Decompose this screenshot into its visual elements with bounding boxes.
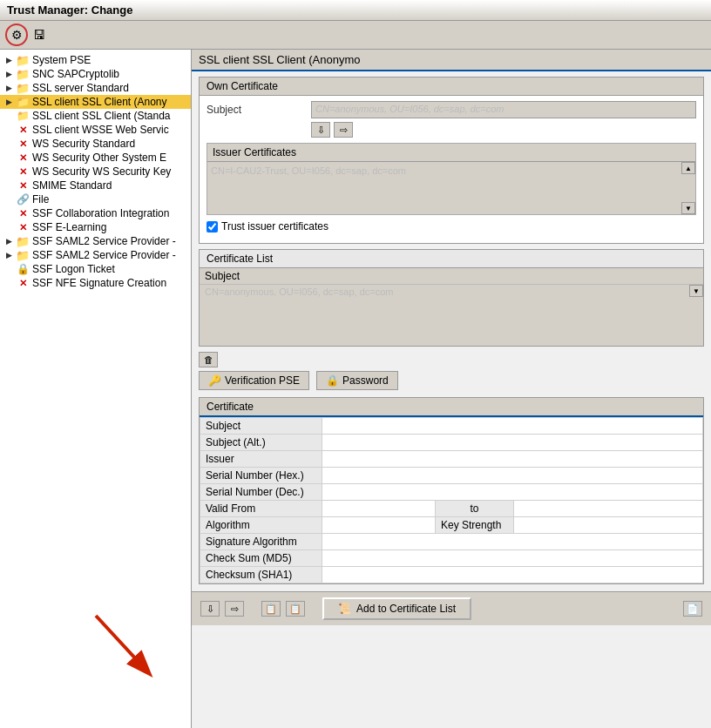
cert-list-box: Certificate List Subject CN=anonymous, O… bbox=[199, 249, 704, 347]
table-row: Serial Number (Dec.) bbox=[200, 484, 703, 501]
add-cert-label: Add to Certificate List bbox=[356, 603, 456, 615]
field-value-valid-to bbox=[514, 501, 703, 517]
field-value-serial-dec bbox=[322, 484, 703, 501]
sidebar-item-label: SSF SAML2 Service Provider - bbox=[32, 249, 176, 261]
save-toolbar-btn[interactable]: 🖫 bbox=[30, 25, 49, 44]
x-icon: ✕ bbox=[16, 278, 30, 288]
delete-cert-btn[interactable]: 🗑 bbox=[199, 352, 218, 367]
lock-icon: 🔒 bbox=[326, 374, 339, 387]
sidebar-item-ssl-client-standard[interactable]: ▶ 📁 SSL client SSL Client (Standa bbox=[0, 109, 191, 123]
sidebar-item-ssf-collab[interactable]: ▶ ✕ SSF Collaboration Integration bbox=[0, 206, 191, 220]
main-container: ▶ 📁 System PSE ▶ 📁 SNC SAPCryptolib ▶ 📁 … bbox=[0, 50, 711, 728]
expand-arrow: ▶ bbox=[3, 69, 14, 79]
folder-icon: 📁 bbox=[16, 69, 30, 79]
sidebar-item-label: SSL client SSL Client (Standa bbox=[32, 110, 171, 122]
field-value-checksum-md5 bbox=[322, 550, 703, 567]
field-label-subject-alt: Subject (Alt.) bbox=[200, 435, 322, 451]
field-to-label: to bbox=[436, 501, 514, 517]
scroll-up-btn[interactable]: ▲ bbox=[681, 162, 695, 174]
field-label-issuer: Issuer bbox=[200, 451, 322, 468]
table-row: Checksum (SHA1) bbox=[200, 567, 703, 583]
sidebar-item-ws-other[interactable]: ▶ ✕ WS Security Other System E bbox=[0, 151, 191, 165]
sidebar-item-ssf-elearning[interactable]: ▶ ✕ SSF E-Learning bbox=[0, 220, 191, 234]
scroll-down-btn[interactable]: ▼ bbox=[681, 202, 695, 214]
issuer-cert-value: CN=I-CAU2-Trust, OU=I056, dc=sap, dc=com bbox=[211, 165, 678, 176]
sidebar-item-ws-standard[interactable]: ▶ ✕ WS Security Standard bbox=[0, 137, 191, 151]
sidebar-item-ssf-nfe[interactable]: ▶ ✕ SSF NFE Signature Creation bbox=[0, 276, 191, 290]
add-to-cert-list-btn[interactable]: 📜 Add to Certificate List bbox=[322, 597, 471, 620]
table-row: Serial Number (Hex.) bbox=[200, 468, 703, 484]
x-icon: ✕ bbox=[16, 180, 30, 191]
field-label-serial-hex: Serial Number (Hex.) bbox=[200, 468, 322, 484]
sidebar-item-ssl-client-anony[interactable]: ▶ 📁 SSL client SSL Client (Anony bbox=[0, 95, 191, 109]
certificate-section-header: Certificate bbox=[200, 398, 703, 417]
expand-arrow: ▶ bbox=[3, 55, 14, 65]
verification-icon: 🔑 bbox=[208, 374, 221, 387]
cert-list-scroll-btns: ▲ ▼ bbox=[689, 285, 703, 297]
export-cert-btn[interactable]: ⇨ bbox=[334, 122, 353, 138]
sidebar-item-ssl-wsse[interactable]: ▶ ✕ SSL client WSSE Web Servic bbox=[0, 123, 191, 137]
sidebar-item-label: SMIME Standard bbox=[32, 179, 112, 192]
content-panel: SSL client SSL Client (Anonymo Own Certi… bbox=[192, 50, 711, 728]
sidebar-item-ssf-saml2-2[interactable]: ▶ 📁 SSF SAML2 Service Provider - bbox=[0, 248, 191, 262]
action-icon-right: 📄 bbox=[687, 603, 699, 615]
table-row: Algorithm Key Strength bbox=[200, 517, 703, 534]
field-label-checksum-sha1: Checksum (SHA1) bbox=[200, 567, 322, 583]
sidebar-item-smime[interactable]: ▶ ✕ SMIME Standard bbox=[0, 179, 191, 192]
sidebar-item-label: WS Security Other System E bbox=[32, 152, 166, 164]
add-cert-icon: 📜 bbox=[338, 603, 351, 615]
sidebar-item-label: System PSE bbox=[32, 54, 91, 66]
settings-toolbar-btn[interactable]: ⚙ bbox=[5, 24, 28, 46]
sidebar-item-snc[interactable]: ▶ 📁 SNC SAPCryptolib bbox=[0, 67, 191, 81]
password-btn[interactable]: 🔒 Password bbox=[316, 371, 398, 390]
subject-row: Subject CN=anonymous, OU=I056, dc=sap, d… bbox=[207, 101, 696, 118]
folder-icon: 📁 bbox=[16, 83, 30, 93]
sidebar-item-label: SSF Collaboration Integration bbox=[32, 207, 169, 219]
own-cert-box: Own Certificate Subject CN=anonymous, OU… bbox=[199, 77, 704, 244]
action-btn-3[interactable]: 📋 bbox=[261, 601, 281, 617]
table-row: Check Sum (MD5) bbox=[200, 550, 703, 567]
verification-pse-btn[interactable]: 🔑 Verification PSE bbox=[199, 371, 309, 390]
action-icon-4: 📋 bbox=[289, 603, 301, 615]
sidebar-item-ws-key[interactable]: ▶ ✕ WS Security WS Security Key bbox=[0, 165, 191, 179]
x-icon: ✕ bbox=[16, 152, 30, 163]
sidebar-item-ssf-logon[interactable]: ▶ 🔒 SSF Logon Ticket bbox=[0, 262, 191, 276]
expand-arrow: ▶ bbox=[3, 97, 14, 107]
toolbar: ⚙ 🖫 bbox=[0, 21, 711, 50]
expand-arrow: ▶ bbox=[3, 236, 14, 246]
delete-icon: 🗑 bbox=[204, 354, 213, 365]
issuer-cert-label: Issuer Certificates bbox=[213, 146, 296, 158]
file-icon: 🔗 bbox=[16, 194, 30, 205]
field-label-sig-algorithm: Signature Algorithm bbox=[200, 534, 322, 550]
field-label-checksum-md5: Check Sum (MD5) bbox=[200, 550, 322, 567]
import-cert-btn[interactable]: ⇩ bbox=[311, 122, 330, 138]
expand-arrow: ▶ bbox=[3, 250, 14, 260]
own-cert-content: Subject CN=anonymous, OU=I056, dc=sap, d… bbox=[200, 96, 703, 243]
cert-list-entries: CN=anonymous, OU=I056, dc=sap, dc=com ▲ … bbox=[200, 285, 703, 346]
cert-list-col-scroll bbox=[689, 268, 703, 284]
import-icon: ⇩ bbox=[317, 125, 325, 136]
sidebar-item-system-pse[interactable]: ▶ 📁 System PSE bbox=[0, 53, 191, 67]
action-import-btn[interactable]: ⇩ bbox=[200, 601, 220, 617]
sidebar-item-label: SSF SAML2 Service Provider - bbox=[32, 235, 176, 247]
field-value-valid-from bbox=[322, 501, 436, 517]
sidebar-item-file[interactable]: ▶ 🔗 File bbox=[0, 192, 191, 206]
field-label-subject: Subject bbox=[200, 418, 322, 435]
certificate-table: Subject Subject (Alt.) Issuer Seria bbox=[200, 417, 703, 583]
action-btn-right[interactable]: 📄 bbox=[683, 601, 702, 617]
folder-icon: 📁 bbox=[16, 236, 30, 246]
action-btn-4[interactable]: 📋 bbox=[286, 601, 305, 617]
field-value-checksum-sha1 bbox=[322, 567, 703, 583]
certificate-section: Certificate Subject Subject (Alt.) bbox=[199, 397, 704, 584]
bottom-action-bar: ⇩ ⇨ 📋 📋 📜 Add to Certificate List bbox=[192, 591, 711, 625]
cert-scroll-down[interactable]: ▼ bbox=[689, 285, 703, 297]
sidebar-item-ssf-saml2-1[interactable]: ▶ 📁 SSF SAML2 Service Provider - bbox=[0, 234, 191, 248]
sidebar-item-ssl-server[interactable]: ▶ 📁 SSL server Standard bbox=[0, 81, 191, 95]
cert-list-action-row: 🗑 bbox=[199, 352, 704, 367]
folder-icon: 📁 bbox=[16, 55, 30, 65]
field-value-sig-algorithm bbox=[322, 534, 703, 550]
sidebar-item-label: WS Security Standard bbox=[32, 138, 135, 150]
trust-checkbox[interactable] bbox=[207, 221, 218, 233]
cert-section-title: Certificate bbox=[207, 401, 254, 413]
action-export-btn[interactable]: ⇨ bbox=[225, 601, 244, 617]
